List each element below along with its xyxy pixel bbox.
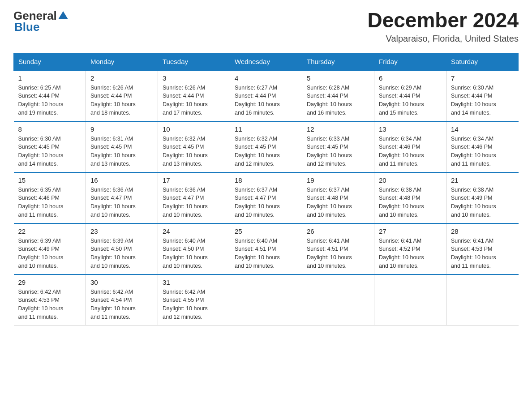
calendar-cell: 9 Sunrise: 6:31 AM Sunset: 4:45 PM Dayli… [86,121,158,172]
day-info: Sunrise: 6:36 AM Sunset: 4:47 PM Dayligh… [90,186,153,219]
day-info: Sunrise: 6:41 AM Sunset: 4:52 PM Dayligh… [379,237,442,270]
day-info: Sunrise: 6:39 AM Sunset: 4:49 PM Dayligh… [18,237,82,270]
calendar-cell: 3 Sunrise: 6:26 AM Sunset: 4:44 PM Dayli… [158,70,230,121]
logo-blue-text: Blue [14,20,68,34]
day-info: Sunrise: 6:27 AM Sunset: 4:44 PM Dayligh… [235,84,297,117]
day-info: Sunrise: 6:26 AM Sunset: 4:44 PM Dayligh… [163,84,225,117]
day-number: 25 [235,227,297,235]
page-header: General Blue December 2024 Valparaiso, F… [13,9,519,44]
day-number: 14 [451,125,514,133]
day-info: Sunrise: 6:38 AM Sunset: 4:49 PM Dayligh… [451,186,514,219]
calendar-title: December 2024 [367,9,519,32]
weekday-header-row: SundayMondayTuesdayWednesdayThursdayFrid… [14,53,519,70]
day-number: 17 [163,176,225,184]
weekday-header-thursday: Thursday [302,53,374,70]
day-number: 31 [163,278,225,286]
calendar-cell: 1 Sunrise: 6:25 AM Sunset: 4:44 PM Dayli… [14,70,86,121]
calendar-cell: 7 Sunrise: 6:30 AM Sunset: 4:44 PM Dayli… [446,70,519,121]
weekday-header-tuesday: Tuesday [158,53,230,70]
day-info: Sunrise: 6:39 AM Sunset: 4:50 PM Dayligh… [90,237,153,270]
day-info: Sunrise: 6:42 AM Sunset: 4:54 PM Dayligh… [90,288,153,321]
calendar-cell [374,274,446,325]
calendar-cell: 18 Sunrise: 6:37 AM Sunset: 4:47 PM Dayl… [230,172,302,223]
calendar-subtitle: Valparaiso, Florida, United States [367,34,519,44]
calendar-cell: 31 Sunrise: 6:42 AM Sunset: 4:55 PM Dayl… [158,274,230,325]
day-number: 4 [235,74,297,82]
calendar-cell: 21 Sunrise: 6:38 AM Sunset: 4:49 PM Dayl… [446,172,519,223]
svg-marker-0 [58,11,68,19]
day-number: 8 [18,125,82,133]
day-number: 26 [307,227,369,235]
calendar-cell: 24 Sunrise: 6:40 AM Sunset: 4:50 PM Dayl… [158,223,230,274]
calendar-week-1: 1 Sunrise: 6:25 AM Sunset: 4:44 PM Dayli… [14,70,519,121]
calendar-cell: 29 Sunrise: 6:42 AM Sunset: 4:53 PM Dayl… [14,274,86,325]
day-number: 29 [18,278,82,286]
day-number: 22 [18,227,82,235]
day-number: 13 [379,125,442,133]
day-info: Sunrise: 6:32 AM Sunset: 4:45 PM Dayligh… [235,135,297,168]
calendar-body: 1 Sunrise: 6:25 AM Sunset: 4:44 PM Dayli… [14,70,519,325]
day-number: 10 [163,125,225,133]
day-number: 5 [307,74,369,82]
calendar-cell: 5 Sunrise: 6:28 AM Sunset: 4:44 PM Dayli… [302,70,374,121]
calendar-cell: 17 Sunrise: 6:36 AM Sunset: 4:47 PM Dayl… [158,172,230,223]
calendar-week-3: 15 Sunrise: 6:35 AM Sunset: 4:46 PM Dayl… [14,172,519,223]
day-info: Sunrise: 6:42 AM Sunset: 4:53 PM Dayligh… [18,288,82,321]
calendar-cell: 27 Sunrise: 6:41 AM Sunset: 4:52 PM Dayl… [374,223,446,274]
calendar-cell: 2 Sunrise: 6:26 AM Sunset: 4:44 PM Dayli… [86,70,158,121]
day-number: 9 [90,125,153,133]
day-info: Sunrise: 6:35 AM Sunset: 4:46 PM Dayligh… [18,186,82,219]
calendar-cell: 4 Sunrise: 6:27 AM Sunset: 4:44 PM Dayli… [230,70,302,121]
logo: General Blue [13,9,68,34]
calendar-cell: 28 Sunrise: 6:41 AM Sunset: 4:53 PM Dayl… [446,223,519,274]
day-number: 20 [379,176,442,184]
day-number: 24 [163,227,225,235]
weekday-header-sunday: Sunday [14,53,86,70]
calendar-cell: 26 Sunrise: 6:41 AM Sunset: 4:51 PM Dayl… [302,223,374,274]
weekday-header-monday: Monday [86,53,158,70]
day-info: Sunrise: 6:33 AM Sunset: 4:45 PM Dayligh… [307,135,369,168]
day-number: 3 [163,74,225,82]
day-info: Sunrise: 6:40 AM Sunset: 4:51 PM Dayligh… [235,237,297,270]
day-info: Sunrise: 6:37 AM Sunset: 4:47 PM Dayligh… [235,186,297,219]
calendar-week-2: 8 Sunrise: 6:30 AM Sunset: 4:45 PM Dayli… [14,121,519,172]
day-number: 12 [307,125,369,133]
day-info: Sunrise: 6:34 AM Sunset: 4:46 PM Dayligh… [451,135,514,168]
day-number: 18 [235,176,297,184]
calendar-cell [302,274,374,325]
weekday-header-friday: Friday [374,53,446,70]
calendar-cell: 22 Sunrise: 6:39 AM Sunset: 4:49 PM Dayl… [14,223,86,274]
calendar-week-5: 29 Sunrise: 6:42 AM Sunset: 4:53 PM Dayl… [14,274,519,325]
calendar-cell: 30 Sunrise: 6:42 AM Sunset: 4:54 PM Dayl… [86,274,158,325]
day-info: Sunrise: 6:38 AM Sunset: 4:48 PM Dayligh… [379,186,442,219]
day-info: Sunrise: 6:32 AM Sunset: 4:45 PM Dayligh… [163,135,225,168]
day-number: 23 [90,227,153,235]
day-info: Sunrise: 6:34 AM Sunset: 4:46 PM Dayligh… [379,135,442,168]
day-info: Sunrise: 6:29 AM Sunset: 4:44 PM Dayligh… [379,84,442,117]
calendar-cell: 13 Sunrise: 6:34 AM Sunset: 4:46 PM Dayl… [374,121,446,172]
calendar-cell: 10 Sunrise: 6:32 AM Sunset: 4:45 PM Dayl… [158,121,230,172]
day-info: Sunrise: 6:41 AM Sunset: 4:51 PM Dayligh… [307,237,369,270]
calendar-week-4: 22 Sunrise: 6:39 AM Sunset: 4:49 PM Dayl… [14,223,519,274]
day-info: Sunrise: 6:28 AM Sunset: 4:44 PM Dayligh… [307,84,369,117]
calendar-cell: 12 Sunrise: 6:33 AM Sunset: 4:45 PM Dayl… [302,121,374,172]
day-info: Sunrise: 6:36 AM Sunset: 4:47 PM Dayligh… [163,186,225,219]
day-info: Sunrise: 6:30 AM Sunset: 4:45 PM Dayligh… [18,135,82,168]
calendar-cell [230,274,302,325]
calendar-cell: 8 Sunrise: 6:30 AM Sunset: 4:45 PM Dayli… [14,121,86,172]
calendar-cell [446,274,519,325]
day-number: 15 [18,176,82,184]
day-info: Sunrise: 6:41 AM Sunset: 4:53 PM Dayligh… [451,237,514,270]
calendar-cell: 15 Sunrise: 6:35 AM Sunset: 4:46 PM Dayl… [14,172,86,223]
day-number: 7 [451,74,514,82]
day-info: Sunrise: 6:42 AM Sunset: 4:55 PM Dayligh… [163,288,225,321]
weekday-header-wednesday: Wednesday [230,53,302,70]
calendar-cell: 11 Sunrise: 6:32 AM Sunset: 4:45 PM Dayl… [230,121,302,172]
day-info: Sunrise: 6:30 AM Sunset: 4:44 PM Dayligh… [451,84,514,117]
calendar-cell: 6 Sunrise: 6:29 AM Sunset: 4:44 PM Dayli… [374,70,446,121]
calendar-cell: 16 Sunrise: 6:36 AM Sunset: 4:47 PM Dayl… [86,172,158,223]
day-info: Sunrise: 6:37 AM Sunset: 4:48 PM Dayligh… [307,186,369,219]
day-number: 21 [451,176,514,184]
day-info: Sunrise: 6:26 AM Sunset: 4:44 PM Dayligh… [90,84,153,117]
day-info: Sunrise: 6:31 AM Sunset: 4:45 PM Dayligh… [90,135,153,168]
